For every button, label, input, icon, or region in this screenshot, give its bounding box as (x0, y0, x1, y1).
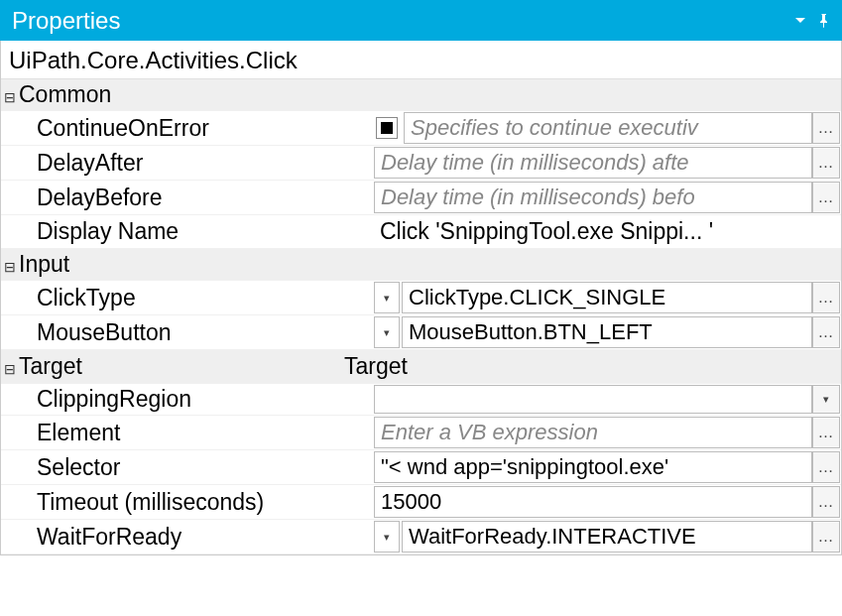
row-continue-on-error: ContinueOnError Specifies to continue ex… (1, 111, 841, 146)
property-label: Selector (37, 450, 374, 484)
property-label: Timeout (milliseconds) (37, 485, 374, 519)
dropdown-button[interactable]: ▾ (374, 521, 400, 553)
group-label: Input (19, 249, 841, 280)
group-input[interactable]: ⊟ Input (1, 249, 841, 281)
delay-after-input[interactable]: Delay time (in milliseconds) afte (374, 147, 812, 179)
ellipsis-button[interactable]: … (812, 282, 840, 313)
ellipsis-button[interactable]: … (812, 182, 840, 213)
dropdown-button[interactable]: ▾ (374, 316, 400, 348)
row-selector: Selector "< wnd app='snippingtool.exe' … (1, 450, 841, 485)
ellipsis-button[interactable]: … (812, 521, 840, 553)
continue-on-error-input[interactable]: Specifies to continue executiv (404, 112, 812, 144)
display-name-value[interactable]: Click 'SnippingTool.exe Snippi... ' (374, 215, 841, 248)
checkbox-indeterminate[interactable] (376, 117, 398, 139)
clipping-region-input[interactable] (374, 385, 812, 414)
property-label: DelayBefore (37, 181, 374, 214)
group-common[interactable]: ⊟ Common (1, 79, 841, 111)
group-label: Target (19, 350, 338, 383)
ellipsis-button[interactable]: … (812, 112, 840, 144)
property-label: WaitForReady (37, 520, 374, 554)
row-display-name: Display Name Click 'SnippingTool.exe Sni… (1, 215, 841, 249)
property-label: Display Name (37, 215, 374, 248)
expand-icon[interactable]: ⊟ (1, 79, 19, 110)
ellipsis-button[interactable]: … (812, 147, 840, 179)
dropdown-button[interactable]: ▾ (374, 282, 400, 313)
row-click-type: ClickType ▾ ClickType.CLICK_SINGLE … (1, 281, 841, 315)
property-label: ContinueOnError (37, 111, 374, 145)
dropdown-button[interactable]: ▾ (812, 385, 840, 414)
element-input[interactable]: Enter a VB expression (374, 417, 812, 448)
titlebar-title: Properties (12, 7, 120, 35)
properties-panel: UiPath.Core.Activities.Click ⊟ Common Co… (0, 41, 842, 555)
titlebar: Properties (0, 0, 842, 41)
object-type-name: UiPath.Core.Activities.Click (1, 41, 841, 79)
row-clipping-region: ClippingRegion ▾ (1, 384, 841, 416)
row-delay-before: DelayBefore Delay time (in milliseconds)… (1, 181, 841, 215)
property-label: ClickType (37, 281, 374, 314)
property-label: ClippingRegion (37, 384, 374, 415)
timeout-input[interactable]: 15000 (374, 486, 812, 518)
row-wait-for-ready: WaitForReady ▾ WaitForReady.INTERACTIVE … (1, 520, 841, 554)
expand-icon[interactable]: ⊟ (1, 350, 19, 383)
delay-before-input[interactable]: Delay time (in milliseconds) befo (374, 182, 812, 213)
property-label: MouseButton (37, 315, 374, 349)
wait-for-ready-input[interactable]: WaitForReady.INTERACTIVE (402, 521, 812, 553)
row-timeout: Timeout (milliseconds) 15000 … (1, 485, 841, 520)
ellipsis-button[interactable]: … (812, 316, 840, 348)
ellipsis-button[interactable]: … (812, 417, 840, 448)
selector-input[interactable]: "< wnd app='snippingtool.exe' (374, 451, 812, 483)
row-element: Element Enter a VB expression … (1, 416, 841, 450)
row-mouse-button: MouseButton ▾ MouseButton.BTN_LEFT … (1, 315, 841, 350)
group-target[interactable]: ⊟ Target Target (1, 350, 841, 384)
property-label: Element (37, 416, 374, 449)
dropdown-icon[interactable] (792, 13, 808, 29)
group-label: Common (19, 79, 841, 110)
click-type-input[interactable]: ClickType.CLICK_SINGLE (402, 282, 812, 313)
ellipsis-button[interactable]: … (812, 486, 840, 518)
pin-icon[interactable] (816, 13, 832, 29)
expand-icon[interactable]: ⊟ (1, 249, 19, 280)
mouse-button-input[interactable]: MouseButton.BTN_LEFT (402, 316, 812, 348)
ellipsis-button[interactable]: … (812, 451, 840, 483)
property-label: DelayAfter (37, 146, 374, 180)
row-delay-after: DelayAfter Delay time (in milliseconds) … (1, 146, 841, 181)
target-value: Target (338, 350, 841, 383)
